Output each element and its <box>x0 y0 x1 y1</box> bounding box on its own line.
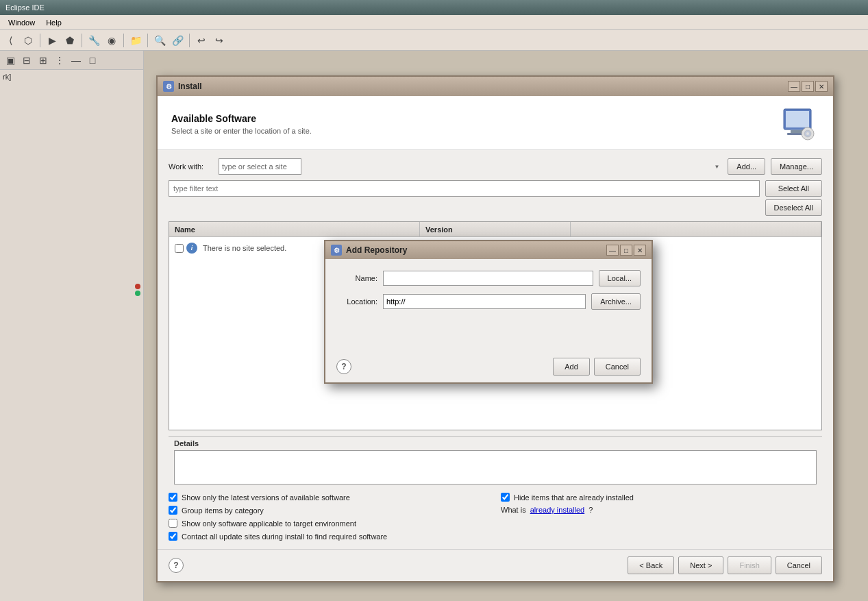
software-icon-svg <box>780 108 818 140</box>
toolbar-btn-2[interactable]: ⬡ <box>21 33 36 48</box>
dialog-minimize-btn[interactable]: — <box>788 81 800 92</box>
option-latest-versions[interactable]: Show only the latest versions of availab… <box>169 493 490 502</box>
toolbar-btn-7[interactable]: 📁 <box>128 33 143 48</box>
footer-buttons: < Back Next > Finish Cancel <box>628 556 822 574</box>
repo-help-button[interactable]: ? <box>336 359 351 374</box>
toolbar-btn-11[interactable]: ↪ <box>212 33 227 48</box>
work-with-row: Work with: type or select a site Add... … <box>169 158 822 175</box>
sidebar-btn-1[interactable]: ▣ <box>3 53 18 68</box>
add-repo-title-area: ⚙ Add Repository <box>331 245 407 256</box>
option-already-installed-row: What is already installed? <box>501 506 822 514</box>
toolbar-separator-4 <box>147 34 148 47</box>
archive-button[interactable]: Archive... <box>591 293 641 310</box>
ide-toolbar: ⟨ ⬡ ▶ ⬟ 🔧 ◉ 📁 🔍 🔗 ↩ ↪ <box>0 30 868 51</box>
toolbar-btn-6[interactable]: ◉ <box>104 33 119 48</box>
add-repository-dialog: ⚙ Add Repository — □ ✕ Name: Local... Lo… <box>324 240 653 384</box>
available-software-title: Available Software <box>171 113 312 124</box>
details-label: Details <box>174 439 817 447</box>
back-button[interactable]: < Back <box>628 556 674 574</box>
add-button[interactable]: Add... <box>728 158 765 175</box>
already-installed-link[interactable]: already installed <box>530 506 585 514</box>
table-col-name: Name <box>169 222 420 236</box>
manage-button[interactable]: Manage... <box>771 158 822 175</box>
option-latest-versions-checkbox[interactable] <box>169 493 177 502</box>
option-hide-installed-label: Hide items that are already installed <box>514 493 634 502</box>
option-hide-installed-checkbox[interactable] <box>501 493 510 502</box>
option-target-env-label: Show only software applicable to target … <box>182 519 356 528</box>
option-contact-update-sites-checkbox[interactable] <box>169 532 177 541</box>
add-repo-window-controls: — □ ✕ <box>606 245 646 256</box>
install-dialog-title-area: ⚙ Install <box>163 81 202 92</box>
work-with-select[interactable]: type or select a site <box>219 158 301 175</box>
deselect-all-button[interactable]: Deselect All <box>765 199 822 216</box>
option-group-by-category[interactable]: Group items by category <box>169 506 490 515</box>
repo-action-buttons: Add Cancel <box>553 358 641 376</box>
add-repo-minimize-btn[interactable]: — <box>606 245 619 256</box>
menu-item-window[interactable]: Window <box>3 17 40 28</box>
option-latest-versions-label: Show only the latest versions of availab… <box>182 493 350 502</box>
repo-add-button[interactable]: Add <box>553 358 590 376</box>
option-group-by-category-checkbox[interactable] <box>169 506 177 515</box>
select-all-button[interactable]: Select All <box>765 180 822 197</box>
option-target-env[interactable]: Show only software applicable to target … <box>169 519 490 528</box>
install-dialog-footer: ? < Back Next > Finish Cancel <box>158 549 833 581</box>
finish-button[interactable]: Finish <box>728 556 771 574</box>
indicator-green <box>135 291 140 296</box>
menu-item-help[interactable]: Help <box>40 17 67 28</box>
repo-cancel-button[interactable]: Cancel <box>594 358 641 376</box>
toolbar-btn-4[interactable]: ⬟ <box>62 33 77 48</box>
option-target-env-checkbox[interactable] <box>169 519 177 528</box>
add-repo-footer: ? Add Cancel <box>325 354 652 382</box>
toolbar-btn-1[interactable]: ⟨ <box>3 33 18 48</box>
help-button[interactable]: ? <box>169 558 184 573</box>
sidebar-indicators <box>134 284 142 296</box>
toolbar-btn-3[interactable]: ▶ <box>45 33 60 48</box>
filter-input[interactable] <box>169 180 760 197</box>
sidebar-btn-4[interactable]: ⋮ <box>52 53 67 68</box>
name-label: Name: <box>336 274 377 282</box>
toolbar-btn-9[interactable]: 🔗 <box>170 33 185 48</box>
location-label: Location: <box>336 297 377 306</box>
sidebar-toolbar: ▣ ⊟ ⊞ ⋮ — □ <box>0 51 143 70</box>
options-right: Hide items that are already installed Wh… <box>501 493 822 541</box>
sidebar-item-rk: rk] <box>3 73 11 81</box>
table-col-version: Version <box>420 222 571 236</box>
toolbar-btn-5[interactable]: 🔧 <box>86 33 101 48</box>
name-input[interactable] <box>383 271 593 286</box>
toolbar-btn-10[interactable]: ↩ <box>194 33 209 48</box>
work-with-label: Work with: <box>169 162 213 171</box>
available-software-header: Available Software Select a site or ente… <box>158 96 833 150</box>
sidebar-btn-3[interactable]: ⊞ <box>36 53 51 68</box>
add-repo-maximize-btn[interactable]: □ <box>620 245 632 256</box>
toolbar-separator <box>40 34 40 47</box>
option-hide-installed[interactable]: Hide items that are already installed <box>501 493 822 502</box>
table-col-extra <box>571 222 821 236</box>
dialog-window-controls: — □ ✕ <box>788 81 828 92</box>
no-site-checkbox-area: i <box>175 243 197 254</box>
install-icon: ⚙ <box>163 81 174 92</box>
no-site-checkbox[interactable] <box>175 244 184 253</box>
info-icon: i <box>186 243 197 254</box>
dialog-close-btn[interactable]: ✕ <box>815 81 828 92</box>
toolbar-separator-2 <box>82 34 82 47</box>
available-software-icon <box>778 107 819 141</box>
option-contact-update-sites[interactable]: Contact all update sites during install … <box>169 532 490 541</box>
filter-and-buttons: Select All Deselect All <box>169 180 822 216</box>
toolbar-btn-8[interactable]: 🔍 <box>152 33 167 48</box>
location-input[interactable] <box>383 294 586 309</box>
dialog-maximize-btn[interactable]: □ <box>802 81 814 92</box>
side-buttons: Select All Deselect All <box>765 180 822 216</box>
local-button[interactable]: Local... <box>599 270 641 286</box>
sidebar-btn-6[interactable]: □ <box>85 53 100 68</box>
next-button[interactable]: Next > <box>678 556 723 574</box>
ide-title: Eclipse IDE <box>5 3 45 12</box>
cancel-button[interactable]: Cancel <box>776 556 822 574</box>
toolbar-separator-3 <box>123 34 124 47</box>
svg-point-6 <box>806 132 809 135</box>
ide-titlebar: Eclipse IDE <box>0 0 868 15</box>
sidebar-btn-2[interactable]: ⊟ <box>19 53 34 68</box>
install-dialog-titlebar: ⚙ Install — □ ✕ <box>158 77 833 96</box>
sidebar-btn-5[interactable]: — <box>69 53 84 68</box>
add-repo-icon: ⚙ <box>331 245 342 256</box>
add-repo-close-btn[interactable]: ✕ <box>634 245 646 256</box>
